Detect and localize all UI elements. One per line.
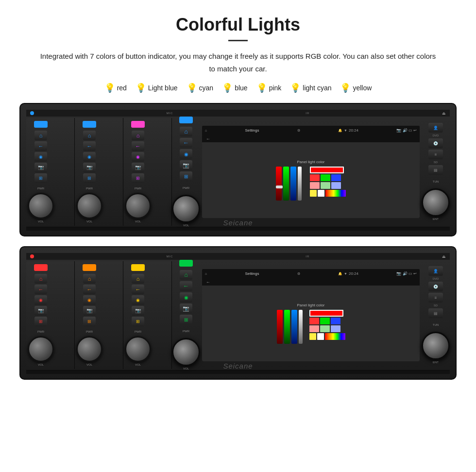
android-main-2[interactable]: ◉: [180, 292, 192, 302]
sd-btn-1[interactable]: ▤: [428, 165, 443, 175]
ent-knob-2[interactable]: [422, 332, 450, 360]
home-main-2[interactable]: ⌂: [180, 270, 192, 280]
eq-btn-2[interactable]: ≡: [428, 293, 443, 303]
media-btn-1a[interactable]: ⊞: [34, 173, 47, 183]
sw-lgreen-3[interactable]: [321, 182, 330, 189]
camera-btn-1b[interactable]: 📷: [83, 163, 96, 172]
vol-knob-main-2[interactable]: [172, 338, 200, 366]
vol-knob-main-1[interactable]: [172, 195, 200, 223]
camera-btn-1a[interactable]: 📷: [34, 163, 47, 172]
knob-vol-2a[interactable]: [28, 336, 54, 362]
top-btn-2b: [83, 264, 96, 271]
sw-p3[interactable]: [309, 325, 319, 332]
person-btn-1[interactable]: 👤: [428, 123, 443, 133]
pwr-wrap-1b: PWR: [86, 186, 93, 190]
android-main-1[interactable]: ◉: [180, 149, 192, 159]
camera-btn-1c[interactable]: 📷: [132, 163, 144, 172]
home-2b[interactable]: ⌂: [83, 274, 96, 284]
home-main-1[interactable]: ⌂: [180, 127, 192, 136]
sw-white-4[interactable]: [318, 190, 324, 197]
back-arrow-1[interactable]: ←: [206, 136, 210, 141]
dvd-btn-1[interactable]: 💿: [428, 138, 443, 148]
media-btn-1b[interactable]: ⊞: [83, 173, 96, 183]
android-2b[interactable]: ◉: [83, 295, 96, 305]
sw-lb3[interactable]: [331, 325, 340, 332]
media-btn-1c[interactable]: ⊞: [132, 173, 144, 183]
person-btn-2[interactable]: 👤: [428, 266, 443, 276]
camera-2b[interactable]: 📷: [83, 306, 96, 316]
sw-lblue-3[interactable]: [331, 182, 341, 189]
vol-knob-1b[interactable]: [76, 193, 102, 219]
sw-b2[interactable]: [331, 318, 340, 324]
grad-bar-white-2[interactable]: [299, 310, 303, 344]
vol-2b: VOL: [86, 363, 92, 366]
settings-text-1: Settings: [245, 128, 259, 133]
sw-w4[interactable]: [317, 333, 324, 340]
back-2c[interactable]: ←: [132, 285, 144, 294]
camera-2a[interactable]: 📷: [34, 306, 47, 316]
back-2a[interactable]: ←: [34, 285, 47, 294]
media-2b[interactable]: ⊞: [83, 317, 96, 326]
media-2c[interactable]: ⊞: [132, 317, 144, 326]
home-2a[interactable]: ⌂: [34, 274, 47, 284]
vol-knob-1a[interactable]: [28, 193, 54, 219]
handle-1[interactable]: [276, 185, 283, 188]
back-btn-1b[interactable]: ←: [83, 141, 96, 151]
home-2c[interactable]: ⌂: [132, 274, 144, 284]
home-btn-1b[interactable]: ⌂: [83, 131, 96, 140]
mic-label-2: MIC: [167, 255, 173, 258]
sw-r2[interactable]: [309, 318, 319, 324]
swatch-selected-2[interactable]: [309, 310, 343, 317]
ent-knob-1[interactable]: [422, 188, 450, 217]
back-main-2[interactable]: ←: [180, 281, 192, 291]
back-arrow-2[interactable]: ←: [206, 280, 210, 285]
panel-light-section-1: [276, 167, 346, 201]
media-main-2[interactable]: ⊞: [180, 315, 192, 324]
knob-vol-2c[interactable]: [125, 336, 151, 362]
camera-main-1[interactable]: 📷: [180, 160, 192, 170]
knob-2a: VOL: [28, 336, 54, 366]
dvd-btn-2[interactable]: 💿: [428, 282, 443, 291]
sw-yellow-4[interactable]: [310, 190, 317, 197]
eq-btn-1[interactable]: ≡: [428, 150, 443, 159]
grad-bar-red-2[interactable]: [277, 310, 283, 344]
sw-green-2[interactable]: [321, 174, 330, 181]
android-content-2: Panel light color: [202, 286, 420, 361]
camera-2c[interactable]: 📷: [132, 306, 144, 316]
android-btn-1a[interactable]: ◉: [34, 152, 47, 162]
home-btn-1c[interactable]: ⌂: [132, 131, 144, 140]
media-2a[interactable]: ⊞: [34, 317, 47, 326]
sw-red-2[interactable]: [310, 174, 320, 181]
back-btn-1c[interactable]: ←: [132, 141, 144, 151]
android-2c[interactable]: ◉: [132, 295, 144, 305]
sw-blue-2[interactable]: [331, 174, 341, 181]
grad-bar-white-1[interactable]: [298, 167, 302, 201]
android-2a[interactable]: ◉: [34, 295, 47, 305]
android-btn-1c[interactable]: ◉: [132, 152, 144, 162]
media-main-1[interactable]: ⊞: [180, 171, 192, 181]
sw-pink-3[interactable]: [310, 182, 320, 189]
android-btn-1b[interactable]: ◉: [83, 152, 96, 162]
sw-multi-4[interactable]: [325, 190, 346, 197]
home-btn-1a[interactable]: ⌂: [34, 131, 47, 140]
main-unit-1: ⌂ ← ◉ 📷 ⊞ PWR VOL ⌂: [172, 117, 450, 227]
grad-bar-blue-2[interactable]: [291, 310, 297, 344]
grad-bar-green-1[interactable]: [283, 167, 289, 201]
back-btn-1a[interactable]: ←: [34, 141, 47, 151]
grad-bar-green-2[interactable]: [284, 310, 290, 344]
back-2b[interactable]: ←: [83, 285, 96, 294]
grad-bar-red-1[interactable]: [276, 167, 282, 201]
sw-lg3[interactable]: [320, 325, 330, 332]
sw-y4[interactable]: [309, 333, 316, 340]
vol-knob-1c[interactable]: [125, 193, 151, 219]
bluetooth-btn-1b: [83, 121, 96, 128]
knob-vol-2b[interactable]: [76, 336, 102, 362]
sw-m4[interactable]: [325, 333, 345, 340]
back-main-1[interactable]: ←: [180, 138, 192, 148]
sd-btn-2[interactable]: ▤: [428, 308, 443, 318]
swatch-selected-1[interactable]: [310, 167, 344, 173]
grad-bar-blue-1[interactable]: [290, 167, 296, 201]
camera-main-2[interactable]: 📷: [180, 303, 192, 313]
pwr-label-1a: PWR: [37, 187, 44, 190]
sw-g2[interactable]: [320, 318, 330, 324]
